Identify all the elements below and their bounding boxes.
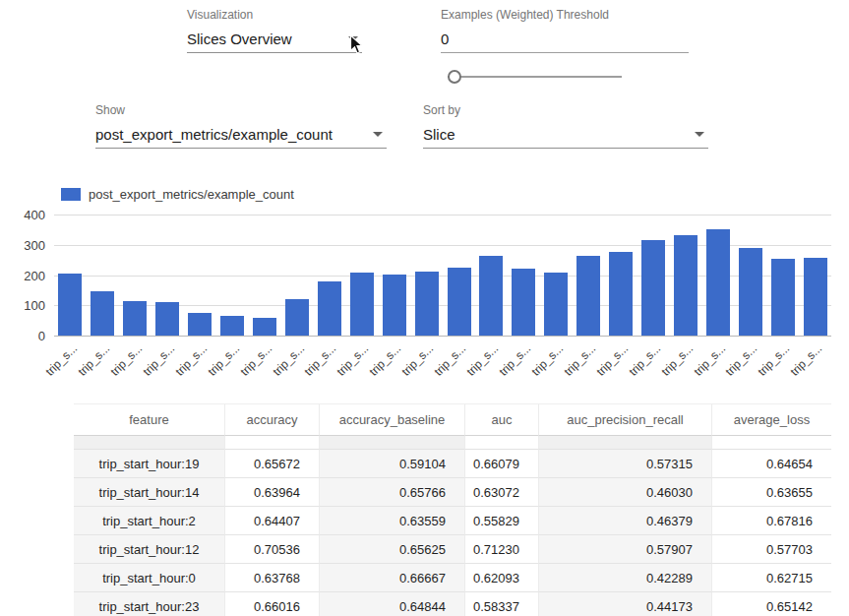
metric-cell: 0.66079 <box>464 450 538 478</box>
feature-cell: trip_start_hour:19 <box>74 450 224 478</box>
bar[interactable] <box>318 281 341 336</box>
legend-label: post_export_metrics/example_count <box>89 187 294 202</box>
y-tick-label: 400 <box>24 208 45 222</box>
x-axis-label: trip_s... <box>140 341 177 379</box>
metric-cell: 0.64407 <box>224 507 319 535</box>
bar[interactable] <box>91 291 114 336</box>
x-axis-label: trip_s... <box>626 341 663 379</box>
column-header-feature[interactable]: feature <box>74 404 224 436</box>
column-header-average_loss[interactable]: average_loss <box>711 404 831 436</box>
chevron-down-icon <box>348 36 358 41</box>
column-filter[interactable] <box>319 436 464 450</box>
bar[interactable] <box>448 268 471 336</box>
threshold-slider[interactable] <box>448 69 622 84</box>
x-axis-label: trip_s... <box>464 341 502 379</box>
bar[interactable] <box>350 273 374 336</box>
bar-slot: trip_s... <box>119 215 152 336</box>
gridline <box>54 336 831 337</box>
bar-slot: trip_s... <box>670 215 702 336</box>
bar-slot: trip_s... <box>475 215 508 336</box>
bar[interactable] <box>771 259 795 336</box>
metric-cell: 0.65625 <box>319 535 464 564</box>
bar[interactable] <box>220 316 244 336</box>
metric-cell: 0.65142 <box>711 592 831 616</box>
column-filter[interactable] <box>224 436 319 450</box>
metric-cell: 0.65766 <box>319 478 464 507</box>
metric-cell: 0.65672 <box>224 450 319 478</box>
metric-cell: 0.63964 <box>224 478 319 507</box>
bar-slot: trip_s... <box>701 215 734 336</box>
visualization-select[interactable]: Slices Overview <box>187 31 362 53</box>
bar-slot: trip_s... <box>345 215 378 336</box>
threshold-input[interactable]: 0 <box>441 31 689 53</box>
bar-slot: trip_s... <box>637 215 670 336</box>
column-filter[interactable] <box>74 436 224 450</box>
plot-area: trip_s...trip_s...trip_s...trip_s...trip… <box>54 215 831 336</box>
chevron-down-icon <box>695 132 704 137</box>
x-axis-label: trip_s... <box>270 341 307 379</box>
bar[interactable] <box>415 272 439 336</box>
x-axis-label: trip_s... <box>367 341 404 379</box>
bar[interactable] <box>544 273 568 336</box>
metrics-table: featureaccuracyaccuracy_baselineaucauc_p… <box>74 403 831 616</box>
bar-slot: trip_s... <box>184 215 216 336</box>
bar[interactable] <box>609 252 633 336</box>
bar[interactable] <box>123 301 147 336</box>
x-axis-label: trip_s... <box>561 341 598 379</box>
x-axis-label: trip_s... <box>788 341 825 379</box>
feature-cell: trip_start_hour:23 <box>74 592 224 616</box>
x-axis-label: trip_s... <box>497 341 534 379</box>
column-header-accuracy_baseline[interactable]: accuracy_baseline <box>319 404 464 436</box>
bar[interactable] <box>674 235 697 336</box>
bar[interactable] <box>58 274 82 336</box>
bar[interactable] <box>576 256 600 336</box>
show-select[interactable]: post_export_metrics/example_count <box>95 126 387 149</box>
sort-by-select[interactable]: Slice <box>423 126 708 149</box>
bar-slot: trip_s... <box>410 215 443 336</box>
bar[interactable] <box>479 256 503 336</box>
column-header-accuracy[interactable]: accuracy <box>224 404 319 436</box>
column-header-auc_precision_recall[interactable]: auc_precision_recall <box>538 404 711 436</box>
column-filter[interactable] <box>464 436 538 450</box>
bar-slot: trip_s... <box>605 215 637 336</box>
column-filter[interactable] <box>711 436 831 450</box>
threshold-label: Examples (Weighted) Threshold <box>441 8 689 22</box>
metric-cell: 0.64844 <box>319 592 464 616</box>
bar[interactable] <box>739 248 762 336</box>
bar[interactable] <box>706 229 730 336</box>
y-tick-label: 100 <box>24 298 45 313</box>
bar[interactable] <box>253 318 276 336</box>
bar[interactable] <box>804 258 827 336</box>
bar-slot: trip_s... <box>508 215 540 336</box>
column-header-auc[interactable]: auc <box>464 404 538 436</box>
x-axis-label: trip_s... <box>756 341 793 379</box>
bar[interactable] <box>383 275 406 336</box>
bar[interactable] <box>641 240 665 336</box>
x-axis-label: trip_s... <box>237 341 274 379</box>
metric-cell: 0.62093 <box>464 564 538 592</box>
x-axis-label: trip_s... <box>107 341 145 379</box>
x-axis-label: trip_s... <box>528 341 566 379</box>
y-tick-label: 300 <box>24 237 45 252</box>
x-axis-label: trip_s... <box>723 341 760 379</box>
metric-cell: 0.55829 <box>464 507 538 535</box>
slider-thumb[interactable] <box>448 70 461 84</box>
metric-cell: 0.59104 <box>319 450 464 478</box>
metric-cell: 0.70536 <box>224 535 319 564</box>
bar-slot: trip_s... <box>280 215 313 336</box>
bar[interactable] <box>512 269 535 336</box>
bar[interactable] <box>285 299 309 337</box>
bar-slot: trip_s... <box>378 215 410 336</box>
bar[interactable] <box>155 302 179 336</box>
slider-track[interactable] <box>448 76 622 78</box>
metric-cell: 0.66016 <box>224 592 319 616</box>
metric-cell: 0.63655 <box>711 478 831 507</box>
metric-cell: 0.42289 <box>538 564 711 592</box>
x-axis-label: trip_s... <box>658 341 696 379</box>
column-filter[interactable] <box>538 436 711 450</box>
x-axis-label: trip_s... <box>593 341 631 379</box>
bar-slots: trip_s...trip_s...trip_s...trip_s...trip… <box>54 215 831 336</box>
sort-by-value: Slice <box>423 126 455 143</box>
bar[interactable] <box>188 313 212 336</box>
chart-legend: post_export_metrics/example_count <box>61 187 294 202</box>
